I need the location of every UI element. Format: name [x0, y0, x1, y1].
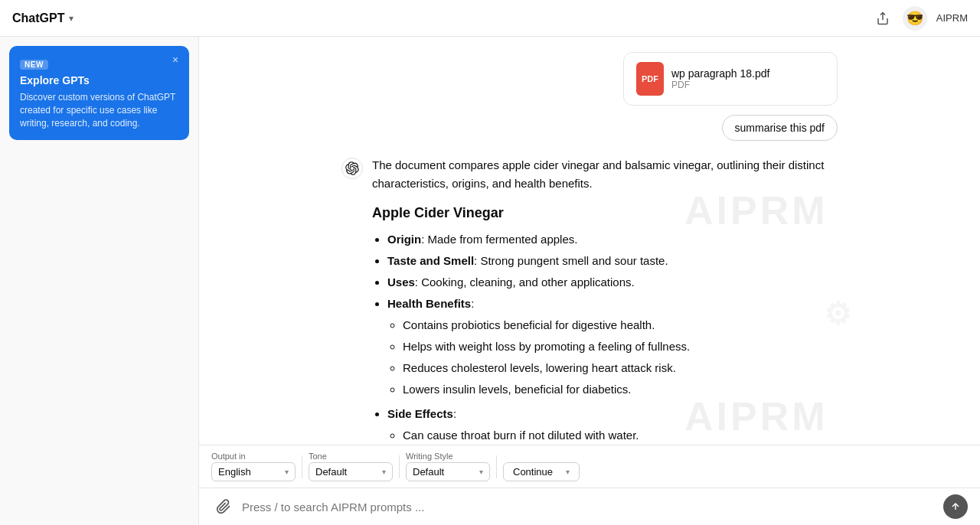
- divider: [496, 455, 497, 478]
- input-row: [199, 488, 980, 525]
- list-item: Uses: Cooking, cleaning, and other appli…: [387, 273, 838, 292]
- bottom-toolbar: Output in English ▾ Tone Default ▾: [199, 445, 980, 525]
- health-label: Health Benefits: [387, 297, 471, 310]
- header: ChatGPT ▾ 😎 AIPRM: [0, 0, 980, 37]
- taste-text: : Strong pungent smell and sour taste.: [474, 254, 668, 267]
- app-title[interactable]: ChatGPT: [12, 11, 64, 25]
- continue-spacer: [503, 452, 580, 461]
- toolbar-options-row: Output in English ▾ Tone Default ▾: [199, 445, 980, 488]
- side-effects-label: Side Effects: [387, 407, 453, 420]
- banner-description: Discover custom versions of ChatGPT crea…: [20, 91, 178, 129]
- ai-avatar: [341, 158, 363, 179]
- prompt-input[interactable]: [242, 501, 937, 514]
- list-item: Origin: Made from fermented apples.: [387, 230, 838, 249]
- header-right: 😎 AIPRM: [872, 6, 968, 31]
- divider: [302, 455, 302, 478]
- share-icon[interactable]: [872, 8, 893, 29]
- divider: [399, 455, 400, 478]
- chat-area: PDF wp paragraph 18.pdf PDF summarise th…: [199, 37, 980, 525]
- writing-style-label: Writing Style: [406, 452, 490, 461]
- chevron-down-icon: ▾: [382, 468, 386, 476]
- chat-messages: PDF wp paragraph 18.pdf PDF summarise th…: [199, 37, 980, 445]
- side-effect-item: Can cause throat burn if not diluted wit…: [403, 426, 838, 445]
- continue-group: Continue ▾: [503, 452, 580, 481]
- output-label: Output in: [211, 452, 296, 461]
- pdf-card-wrapper: PDF wp paragraph 18.pdf PDF: [341, 52, 838, 106]
- pdf-icon: PDF: [636, 62, 664, 96]
- attach-button[interactable]: [211, 494, 236, 519]
- pdf-card: PDF wp paragraph 18.pdf PDF: [623, 52, 838, 106]
- side-effects-list: Can cause throat burn if not diluted wit…: [403, 426, 838, 445]
- origin-text: : Made from fermented apples.: [421, 233, 577, 246]
- chevron-down-icon: ▾: [479, 468, 483, 476]
- new-badge: NEW: [20, 60, 48, 70]
- health-item: Helps with weight loss by promoting a fe…: [403, 338, 838, 356]
- main-layout: × NEW Explore GPTs Discover custom versi…: [0, 37, 980, 525]
- header-left: ChatGPT ▾: [12, 11, 74, 25]
- banner-title: Explore GPTs: [20, 74, 178, 86]
- pdf-name: wp paragraph 18.pdf: [671, 67, 825, 80]
- list-item: Health Benefits: Contains probiotics ben…: [387, 295, 838, 399]
- uses-text: : Cooking, cleaning, and other applicati…: [415, 276, 635, 289]
- health-item: Reduces cholesterol levels, lowering hea…: [403, 359, 838, 377]
- list-item: Taste and Smell: Strong pungent smell an…: [387, 252, 838, 270]
- explore-gpts-banner: × NEW Explore GPTs Discover custom versi…: [9, 46, 189, 140]
- chevron-down-icon: ▾: [566, 468, 570, 476]
- writing-style-value: Default: [413, 466, 444, 478]
- summarise-wrapper: summarise this pdf: [341, 115, 838, 141]
- continue-label: Continue: [513, 466, 553, 478]
- tone-value: Default: [315, 466, 347, 478]
- ai-response: AIPRM ⚙ AIPRM The document compares appl…: [341, 156, 838, 445]
- pdf-info: wp paragraph 18.pdf PDF: [671, 67, 825, 90]
- origin-label: Origin: [387, 233, 421, 246]
- tone-label: Tone: [309, 452, 393, 461]
- chevron-down-icon[interactable]: ▾: [69, 13, 74, 24]
- user-avatar[interactable]: 😎: [903, 6, 927, 31]
- section-title: Apple Cider Vinegar: [372, 202, 838, 224]
- close-banner-button[interactable]: ×: [168, 52, 183, 67]
- sidebar: × NEW Explore GPTs Discover custom versi…: [0, 37, 199, 525]
- ai-content: AIPRM ⚙ AIPRM The document compares appl…: [372, 156, 838, 445]
- writing-style-select[interactable]: Default ▾: [406, 462, 490, 481]
- health-item: Lowers insulin levels, beneficial for di…: [403, 380, 838, 399]
- tone-group: Tone Default ▾: [309, 452, 393, 481]
- writing-style-group: Writing Style Default ▾: [406, 452, 490, 481]
- main-list: Origin: Made from fermented apples. Tast…: [387, 230, 838, 445]
- output-in-group: Output in English ▾: [211, 452, 296, 481]
- message-container: PDF wp paragraph 18.pdf PDF summarise th…: [329, 52, 850, 445]
- summarise-button[interactable]: summarise this pdf: [722, 115, 838, 141]
- continue-button[interactable]: Continue ▾: [503, 462, 580, 481]
- output-value: English: [218, 466, 251, 478]
- uses-label: Uses: [387, 276, 415, 289]
- list-item: Side Effects: Can cause throat burn if n…: [387, 405, 838, 445]
- aiprm-label: AIPRM: [936, 12, 968, 24]
- health-list: Contains probiotics beneficial for diges…: [403, 316, 838, 399]
- taste-label: Taste and Smell: [387, 254, 474, 267]
- send-button[interactable]: [943, 494, 968, 519]
- pdf-type: PDF: [671, 80, 825, 90]
- intro-text: The document compares apple cider vinega…: [372, 156, 838, 193]
- chevron-down-icon: ▾: [285, 468, 289, 476]
- output-select[interactable]: English ▾: [211, 462, 296, 481]
- tone-select[interactable]: Default ▾: [309, 462, 393, 481]
- health-item: Contains probiotics beneficial for diges…: [403, 316, 838, 334]
